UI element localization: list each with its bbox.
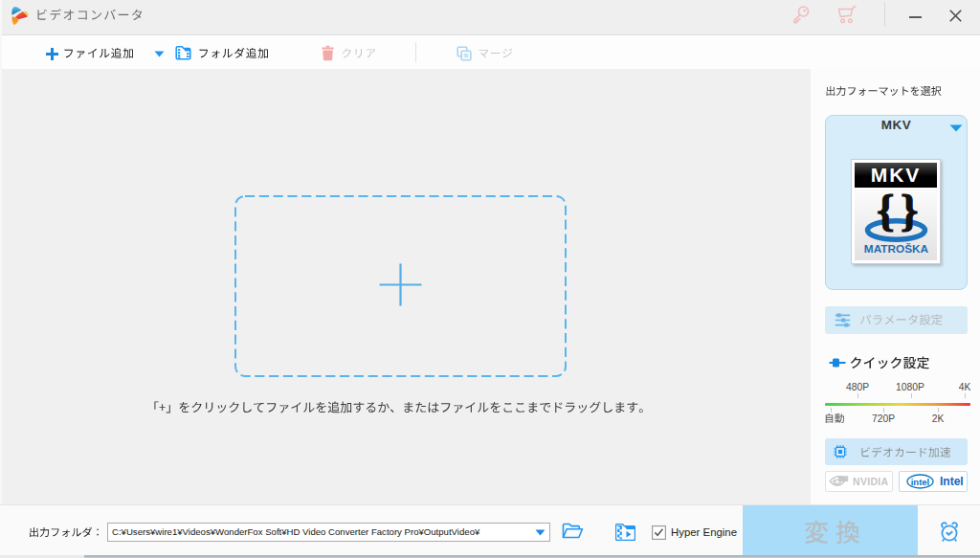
svg-text:MATROŠKA: MATROŠKA bbox=[864, 242, 929, 256]
svg-text:{: { bbox=[877, 188, 895, 234]
svg-text:intel: intel bbox=[911, 477, 930, 487]
svg-text:}: } bbox=[901, 188, 919, 234]
